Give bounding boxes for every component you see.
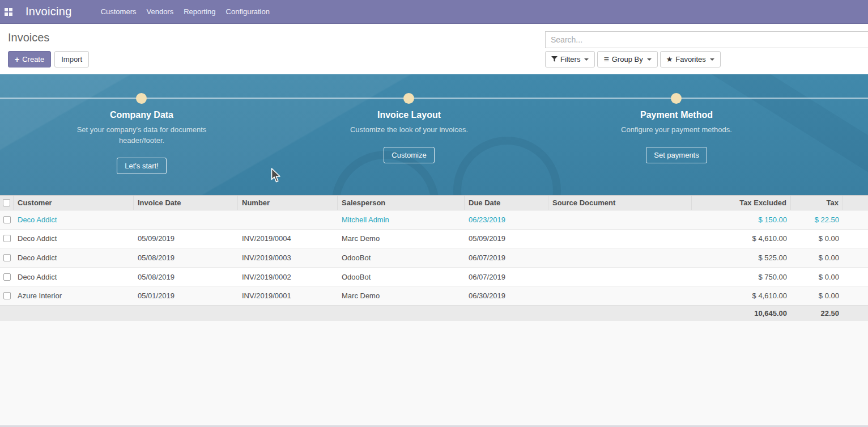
- apps-grid-square: [9, 8, 12, 11]
- step-description: Customize the look of your invoices.: [335, 124, 483, 135]
- cell-customer: Deco Addict: [14, 234, 134, 243]
- app-title: Invoicing: [25, 5, 72, 18]
- cell-due-date: 06/07/2019: [465, 273, 548, 281]
- favorites-button[interactable]: ★ Favorites: [660, 51, 721, 67]
- cell-tax-excluded: $ 150.00: [692, 215, 791, 224]
- create-button-label: Create: [22, 55, 44, 64]
- cell-tax: $ 0.00: [791, 291, 843, 300]
- column-header-spacer: [843, 196, 868, 210]
- cell-number: INV/2019/0004: [238, 234, 338, 243]
- invoice-row[interactable]: Deco Addict Mitchell Admin 06/23/2019 $ …: [0, 210, 868, 230]
- cell-customer: Deco Addict: [14, 215, 134, 224]
- create-button[interactable]: + Create: [8, 51, 51, 67]
- onboarding-step-payment-method: Payment Method Configure your payment me…: [543, 74, 810, 195]
- apps-grid-square: [5, 12, 8, 16]
- navbar-menus: Customers Vendors Reporting Configuratio…: [96, 0, 275, 23]
- column-header-source-document[interactable]: Source Document: [548, 196, 692, 210]
- row-select-cell: [0, 254, 14, 261]
- cell-salesperson: Marc Demo: [338, 234, 465, 243]
- cell-salesperson: Mitchell Admin: [338, 215, 465, 224]
- row-checkbox[interactable]: [3, 292, 11, 299]
- step-description: Set your company's data for documents he…: [68, 124, 215, 146]
- row-checkbox[interactable]: [3, 273, 11, 281]
- column-header-due-date[interactable]: Due Date: [465, 196, 548, 210]
- cell-due-date: 06/30/2019: [465, 291, 548, 300]
- lets-start-button[interactable]: Let's start!: [117, 158, 167, 174]
- column-header-salesperson[interactable]: Salesperson: [338, 196, 465, 210]
- step-description: Configure your payment methods.: [603, 124, 750, 135]
- total-tax: 22.50: [791, 309, 843, 318]
- nav-item-customers[interactable]: Customers: [96, 0, 142, 23]
- import-button-label: Import: [61, 55, 82, 64]
- group-by-button[interactable]: ≡ Group By: [597, 51, 657, 67]
- apps-grid-square: [9, 12, 12, 16]
- row-select-cell: [0, 235, 14, 242]
- invoice-row[interactable]: Deco Addict 05/08/2019 INV/2019/0002 Odo…: [0, 268, 868, 287]
- cell-tax: $ 0.00: [791, 253, 843, 262]
- set-payments-button[interactable]: Set payments: [646, 147, 707, 163]
- import-button[interactable]: Import: [54, 51, 89, 67]
- cell-salesperson: OdooBot: [338, 273, 465, 281]
- column-header-tax[interactable]: Tax: [791, 196, 843, 210]
- row-checkbox[interactable]: [3, 216, 11, 223]
- column-header-number[interactable]: Number: [238, 196, 338, 210]
- step-dot-icon: [671, 93, 682, 104]
- invoice-row[interactable]: Deco Addict 05/09/2019 INV/2019/0004 Mar…: [0, 230, 868, 249]
- cell-salesperson: OdooBot: [338, 253, 465, 262]
- column-header-invoice-date[interactable]: Invoice Date: [134, 196, 238, 210]
- cell-salesperson: Marc Demo: [338, 291, 465, 300]
- nav-item-configuration[interactable]: Configuration: [221, 0, 275, 23]
- action-buttons: + Create Import: [8, 51, 89, 67]
- search-area: [545, 31, 868, 48]
- cell-customer: Deco Addict: [14, 253, 134, 262]
- step-dot-icon: [136, 93, 147, 104]
- search-input[interactable]: [545, 31, 868, 48]
- cell-invoice-date: 05/01/2019: [134, 291, 238, 300]
- top-navbar: Invoicing Customers Vendors Reporting Co…: [0, 0, 868, 24]
- filters-button[interactable]: Filters: [545, 51, 595, 67]
- filters-button-label: Filters: [560, 55, 580, 64]
- total-tax-excluded: 10,645.00: [692, 309, 791, 318]
- row-select-cell: [0, 292, 14, 299]
- row-checkbox[interactable]: [3, 235, 11, 242]
- cell-number: INV/2019/0001: [238, 291, 338, 300]
- onboarding-banner: Company Data Set your company's data for…: [0, 74, 868, 195]
- cell-tax: $ 22.50: [791, 215, 843, 224]
- chevron-down-icon: [710, 58, 714, 61]
- favorites-star-icon: ★: [666, 56, 673, 63]
- chevron-down-icon: [647, 58, 652, 61]
- cell-tax-excluded: $ 4,610.00: [692, 234, 791, 243]
- group-by-bars-icon: ≡: [603, 55, 609, 64]
- cell-customer: Azure Interior: [14, 291, 134, 300]
- cell-invoice-date: 05/08/2019: [134, 253, 238, 262]
- row-checkbox[interactable]: [3, 254, 11, 261]
- cell-tax-excluded: $ 750.00: [692, 273, 791, 281]
- row-select-cell: [0, 273, 14, 281]
- row-select-cell: [0, 216, 14, 223]
- empty-list-area: [0, 321, 868, 425]
- cell-due-date: 05/09/2019: [465, 234, 548, 243]
- cell-due-date: 06/07/2019: [465, 253, 548, 262]
- filter-funnel-icon: [551, 56, 558, 62]
- plus-icon: +: [15, 55, 19, 64]
- invoicing-app-window: Invoicing Customers Vendors Reporting Co…: [0, 0, 868, 427]
- column-header-customer[interactable]: Customer: [14, 196, 134, 210]
- search-filter-buttons: Filters ≡ Group By ★ Favorites: [545, 51, 723, 67]
- group-by-button-label: Group By: [612, 55, 643, 64]
- select-all-checkbox[interactable]: [3, 199, 10, 206]
- apps-menu-icon[interactable]: [5, 8, 12, 16]
- invoice-row[interactable]: Deco Addict 05/08/2019 INV/2019/0003 Odo…: [0, 248, 868, 268]
- cell-number: INV/2019/0003: [238, 253, 338, 262]
- cell-tax-excluded: $ 4,610.00: [692, 291, 791, 300]
- select-all-cell: [0, 196, 14, 210]
- nav-item-vendors[interactable]: Vendors: [142, 0, 179, 23]
- list-header-row: Customer Invoice Date Number Salesperson…: [0, 195, 868, 210]
- cell-tax: $ 0.00: [791, 273, 843, 281]
- customize-button[interactable]: Customize: [384, 147, 434, 163]
- column-header-tax-excluded[interactable]: Tax Excluded: [692, 196, 791, 210]
- cell-customer: Deco Addict: [14, 273, 134, 281]
- onboarding-step-company-data: Company Data Set your company's data for…: [8, 74, 275, 195]
- cell-tax-excluded: $ 525.00: [692, 253, 791, 262]
- nav-item-reporting[interactable]: Reporting: [178, 0, 220, 23]
- invoice-row[interactable]: Azure Interior 05/01/2019 INV/2019/0001 …: [0, 286, 868, 306]
